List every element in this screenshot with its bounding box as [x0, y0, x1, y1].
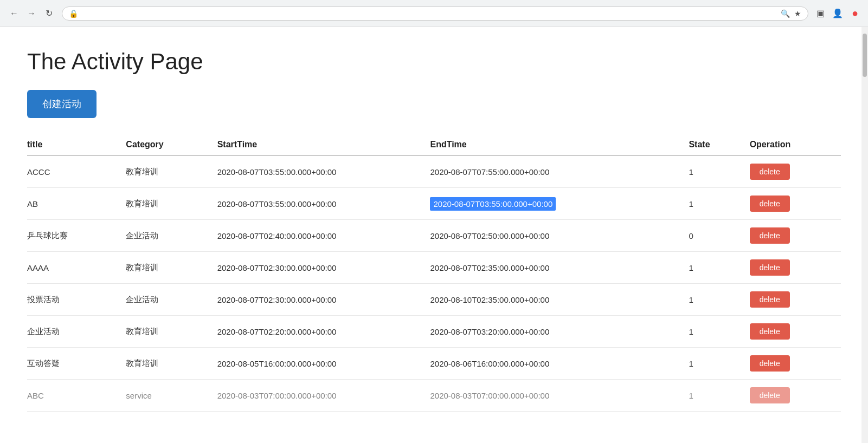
url-input[interactable]: localhost/activity/doActivityUI: [82, 9, 776, 18]
cell-end-time: 2020-08-06T16:00:00.000+00:00: [430, 348, 689, 380]
cell-operation: delete: [750, 348, 841, 380]
delete-button[interactable]: delete: [750, 227, 790, 244]
cell-title: ACCC: [27, 155, 126, 188]
cell-operation: delete: [750, 252, 841, 284]
cell-title: AAAA: [27, 252, 126, 284]
cell-end-time: 2020-08-07T02:35:00.000+00:00: [430, 252, 689, 284]
page-content: The Activity Page 创建活动 title Category St…: [0, 27, 868, 433]
extensions-icon[interactable]: ▣: [814, 7, 827, 20]
menu-icon[interactable]: ●: [848, 7, 861, 20]
browser-chrome: ← → ↻ 🔒 localhost/activity/doActivityUI …: [0, 0, 868, 27]
delete-button[interactable]: delete: [750, 291, 790, 308]
cell-state: 1: [689, 284, 749, 316]
page-title: The Activity Page: [27, 49, 841, 75]
cell-state: 1: [689, 155, 749, 188]
cell-end-time: 2020-08-07T03:20:00.000+00:00: [430, 316, 689, 348]
cell-title: ABC: [27, 380, 126, 412]
cell-state: 1: [689, 316, 749, 348]
scrollbar[interactable]: [861, 27, 868, 433]
cell-operation: delete: [750, 188, 841, 220]
forward-button[interactable]: →: [24, 6, 39, 21]
cell-category: 教育培训: [126, 188, 217, 220]
col-header-category: Category: [126, 134, 217, 155]
cell-title: 企业活动: [27, 316, 126, 348]
cell-category: service: [126, 380, 217, 412]
col-header-end-time: EndTime: [430, 134, 689, 155]
cell-category: 教育培训: [126, 252, 217, 284]
nav-buttons: ← → ↻: [7, 6, 56, 21]
cell-operation: delete: [750, 284, 841, 316]
address-bar[interactable]: 🔒 localhost/activity/doActivityUI 🔍 ★: [62, 6, 808, 21]
table-row: AAAA 教育培训 2020-08-07T02:30:00.000+00:00 …: [27, 252, 841, 284]
highlighted-end-time: 2020-08-07T03:55:00.000+00:00: [430, 197, 556, 211]
table-row: 企业活动 教育培训 2020-08-07T02:20:00.000+00:00 …: [27, 316, 841, 348]
cell-operation: delete: [750, 316, 841, 348]
cell-title: 乒乓球比赛: [27, 220, 126, 252]
search-icon: 🔍: [781, 9, 790, 18]
cell-state: 1: [689, 380, 749, 412]
cell-start-time: 2020-08-07T02:30:00.000+00:00: [217, 284, 430, 316]
cell-operation: delete: [750, 380, 841, 412]
cell-end-time: 2020-08-10T02:35:00.000+00:00: [430, 284, 689, 316]
col-header-title: title: [27, 134, 126, 155]
cell-category: 教育培训: [126, 155, 217, 188]
cell-start-time: 2020-08-05T16:00:00.000+00:00: [217, 348, 430, 380]
cell-category: 企业活动: [126, 220, 217, 252]
table-row: AB 教育培训 2020-08-07T03:55:00.000+00:00 20…: [27, 188, 841, 220]
cell-end-time: 2020-08-07T03:55:00.000+00:00: [430, 188, 689, 220]
delete-button[interactable]: delete: [750, 259, 790, 276]
delete-button[interactable]: delete: [750, 355, 790, 372]
profile-icon[interactable]: 👤: [831, 7, 844, 20]
refresh-button[interactable]: ↻: [41, 6, 56, 21]
activity-table: title Category StartTime EndTime State O…: [27, 134, 841, 412]
cell-end-time: 2020-08-03T07:00:00.000+00:00: [430, 380, 689, 412]
cell-category: 教育培训: [126, 348, 217, 380]
scrollbar-thumb[interactable]: [863, 34, 867, 77]
table-row: ACCC 教育培训 2020-08-07T03:55:00.000+00:00 …: [27, 155, 841, 188]
cell-state: 0: [689, 220, 749, 252]
delete-button[interactable]: delete: [750, 196, 790, 212]
cell-category: 企业活动: [126, 284, 217, 316]
table-row: 互动答疑 教育培训 2020-08-05T16:00:00.000+00:00 …: [27, 348, 841, 380]
col-header-start-time: StartTime: [217, 134, 430, 155]
cell-title: AB: [27, 188, 126, 220]
table-row: 乒乓球比赛 企业活动 2020-08-07T02:40:00.000+00:00…: [27, 220, 841, 252]
cell-state: 1: [689, 348, 749, 380]
cell-title: 投票活动: [27, 284, 126, 316]
table-header-row: title Category StartTime EndTime State O…: [27, 134, 841, 155]
cell-end-time: 2020-08-07T02:50:00.000+00:00: [430, 220, 689, 252]
delete-button[interactable]: delete: [750, 164, 790, 180]
cell-state: 1: [689, 252, 749, 284]
browser-action-icons: ▣ 👤 ●: [814, 7, 861, 20]
cell-start-time: 2020-08-07T03:55:00.000+00:00: [217, 188, 430, 220]
cell-operation: delete: [750, 155, 841, 188]
cell-start-time: 2020-08-07T02:30:00.000+00:00: [217, 252, 430, 284]
back-button[interactable]: ←: [7, 6, 22, 21]
table-row: ABC service 2020-08-03T07:00:00.000+00:0…: [27, 380, 841, 412]
cell-start-time: 2020-08-07T03:55:00.000+00:00: [217, 155, 430, 188]
cell-end-time: 2020-08-07T07:55:00.000+00:00: [430, 155, 689, 188]
col-header-state: State: [689, 134, 749, 155]
cell-start-time: 2020-08-03T07:00:00.000+00:00: [217, 380, 430, 412]
delete-button[interactable]: delete: [750, 387, 790, 403]
create-activity-button[interactable]: 创建活动: [27, 90, 97, 118]
cell-category: 教育培训: [126, 316, 217, 348]
delete-button[interactable]: delete: [750, 323, 790, 340]
cell-start-time: 2020-08-07T02:40:00.000+00:00: [217, 220, 430, 252]
table-row: 投票活动 企业活动 2020-08-07T02:30:00.000+00:00 …: [27, 284, 841, 316]
lock-icon: 🔒: [69, 9, 78, 18]
cell-operation: delete: [750, 220, 841, 252]
cell-start-time: 2020-08-07T02:20:00.000+00:00: [217, 316, 430, 348]
col-header-operation: Operation: [750, 134, 841, 155]
cell-title: 互动答疑: [27, 348, 126, 380]
cell-state: 1: [689, 188, 749, 220]
bookmark-icon: ★: [794, 9, 801, 18]
